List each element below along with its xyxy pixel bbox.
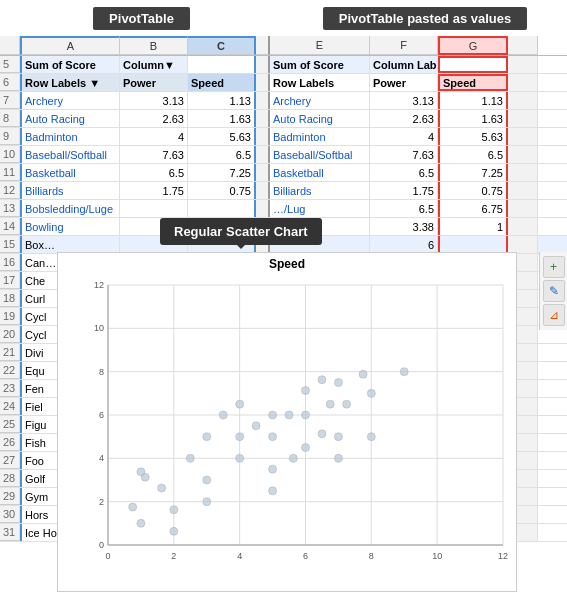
chart-title: Speed	[58, 253, 516, 275]
cell-a: Billiards	[20, 182, 120, 199]
pivot-values-header: PivotTable pasted as values	[283, 0, 567, 36]
cell-g: 6.75	[438, 200, 508, 217]
svg-point-43	[334, 379, 342, 387]
filter-icon[interactable]: ⊿	[543, 304, 565, 326]
row-num: 15	[0, 236, 20, 253]
svg-text:8: 8	[369, 551, 374, 561]
col-header-A[interactable]: A	[20, 36, 120, 55]
row-num: 27	[0, 452, 20, 469]
col-header-F[interactable]: F	[370, 36, 438, 55]
svg-point-49	[302, 387, 310, 395]
cell-h	[508, 164, 538, 181]
svg-point-57	[203, 476, 211, 484]
col-header-H	[508, 36, 538, 55]
row-labels-left: Row Labels ▼	[20, 74, 120, 91]
row-num: 7	[0, 92, 20, 109]
svg-point-36	[326, 400, 334, 408]
table-row: 10 Baseball/Softball 7.63 6.5 Baseball/S…	[0, 146, 567, 164]
cell-f: 3.13	[370, 92, 438, 109]
column-labels-f: Column Labels	[370, 56, 438, 73]
cell-e: Billiards	[270, 182, 370, 199]
svg-text:2: 2	[171, 551, 176, 561]
cell-a: Bowling	[20, 218, 120, 235]
svg-text:10: 10	[432, 551, 442, 561]
table-row: 11 Basketball 6.5 7.25 Basketball 6.5 7.…	[0, 164, 567, 182]
svg-point-41	[269, 433, 277, 441]
svg-point-45	[219, 411, 227, 419]
svg-point-59	[302, 411, 310, 419]
svg-point-53	[137, 519, 145, 527]
svg-point-34	[343, 400, 351, 408]
row-num: 14	[0, 218, 20, 235]
col-header-C[interactable]: C	[188, 36, 256, 55]
row-num: 30	[0, 506, 20, 523]
cell-g: 7.25	[438, 164, 508, 181]
chart-tooltip: Regular Scatter Chart	[160, 218, 322, 245]
cell-b: 2.63	[120, 110, 188, 127]
cell-d	[256, 200, 270, 217]
svg-text:8: 8	[99, 367, 104, 377]
cell-h	[508, 128, 538, 145]
row-num: 26	[0, 434, 20, 451]
cell-a: Basketball	[20, 164, 120, 181]
svg-text:2: 2	[99, 497, 104, 507]
svg-point-63	[236, 400, 244, 408]
cell-f: 6	[370, 236, 438, 253]
cell-g: 1	[438, 218, 508, 235]
pivot-table-header: PivotTable	[0, 0, 283, 36]
cell-f: 2.63	[370, 110, 438, 127]
scatter-chart: 024681012024681012	[78, 275, 518, 575]
cell-f: 6.5	[370, 164, 438, 181]
table-row: 12 Billiards 1.75 0.75 Billiards 1.75 0.…	[0, 182, 567, 200]
row-num: 31	[0, 524, 20, 541]
corner-cell	[0, 36, 20, 55]
cell-h	[508, 182, 538, 199]
cell-b: 7.63	[120, 146, 188, 163]
cell-h	[508, 218, 538, 235]
col-header-G[interactable]: G	[438, 36, 508, 55]
right-panel: + ✎ ⊿	[539, 252, 567, 330]
cell-d	[256, 110, 270, 127]
svg-point-47	[269, 411, 277, 419]
power-header-right: Power	[370, 74, 438, 91]
row-num: 11	[0, 164, 20, 181]
svg-point-39	[203, 498, 211, 506]
svg-point-60	[334, 454, 342, 462]
column-labels-b: Column▼	[120, 56, 188, 73]
cell-h	[508, 110, 538, 127]
cell-f: 3.38	[370, 218, 438, 235]
svg-text:0: 0	[99, 540, 104, 550]
header-row: PivotTable PivotTable pasted as values	[0, 0, 567, 36]
svg-text:6: 6	[303, 551, 308, 561]
svg-point-44	[252, 422, 260, 430]
cell-e: Auto Racing	[270, 110, 370, 127]
cell-b	[120, 200, 188, 217]
pencil-icon[interactable]: ✎	[543, 280, 565, 302]
svg-point-58	[269, 465, 277, 473]
cell-c: 6.5	[188, 146, 256, 163]
svg-point-65	[186, 454, 194, 462]
cell-6h	[508, 74, 538, 91]
svg-point-54	[367, 389, 375, 397]
cell-c: 7.25	[188, 164, 256, 181]
svg-point-52	[359, 370, 367, 378]
sum-of-score-right: Sum of Score	[270, 56, 370, 73]
plus-icon[interactable]: +	[543, 256, 565, 278]
col-header-B[interactable]: B	[120, 36, 188, 55]
cell-h	[508, 236, 538, 253]
cell-e: …/Lug	[270, 200, 370, 217]
row-num: 25	[0, 416, 20, 433]
speed-header-right: Speed	[438, 74, 508, 91]
cell-e: Baseball/Softbal	[270, 146, 370, 163]
row-num: 21	[0, 344, 20, 361]
cell-g: 6.5	[438, 146, 508, 163]
col-header-E[interactable]: E	[270, 36, 370, 55]
row-num: 18	[0, 290, 20, 307]
row-num: 24	[0, 398, 20, 415]
cell-c: 1.63	[188, 110, 256, 127]
sum-of-score-left: Sum of Score	[20, 56, 120, 73]
svg-text:12: 12	[498, 551, 508, 561]
table-row: 8 Auto Racing 2.63 1.63 Auto Racing 2.63…	[0, 110, 567, 128]
cell-g	[438, 236, 508, 253]
row-num: 23	[0, 380, 20, 397]
